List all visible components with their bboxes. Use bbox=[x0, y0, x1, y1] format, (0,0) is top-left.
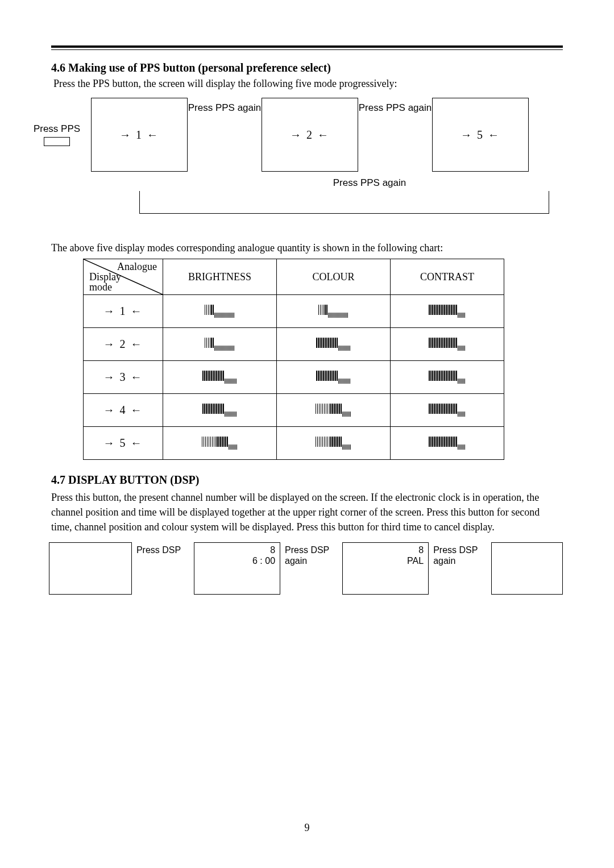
press-pps-again-2: Press PPS again bbox=[358, 98, 432, 172]
level-cell bbox=[277, 427, 391, 460]
level-cell bbox=[391, 427, 504, 460]
pps-analogue-chart: Analogue Display mode BRIGHTNESS COLOUR … bbox=[83, 259, 504, 460]
press-pps-again-1: Press PPS again bbox=[188, 98, 262, 172]
press-pps-again-bottom: Press PPS again bbox=[176, 177, 563, 189]
chart-header-contrast: CONTRAST bbox=[391, 259, 504, 295]
level-cell bbox=[277, 394, 391, 427]
dsp-channel-number: 8 bbox=[407, 545, 424, 555]
page-number: 9 bbox=[51, 822, 563, 834]
press-again-text: Press PPS again bbox=[188, 102, 262, 114]
table-row: 5 bbox=[84, 427, 504, 460]
level-cell bbox=[163, 328, 277, 361]
screen-mode-number: 5 bbox=[460, 128, 500, 142]
level-cell bbox=[163, 427, 277, 460]
dsp-screen-channel-system: 8 PAL bbox=[342, 542, 429, 595]
press-pps-text: Press PPS bbox=[34, 123, 80, 134]
mode-cell: 4 bbox=[84, 394, 163, 427]
level-bar-icon bbox=[429, 371, 466, 384]
press-pps-label: Press PPS bbox=[23, 123, 91, 146]
table-row: 4 bbox=[84, 394, 504, 427]
level-cell bbox=[391, 295, 504, 328]
level-cell bbox=[391, 361, 504, 394]
press-dsp-label-1: Press DSP bbox=[136, 542, 189, 555]
level-bar-icon bbox=[429, 404, 466, 417]
pps-screen-2: 2 bbox=[262, 98, 358, 172]
press-dsp-again-label-2: Press DSP again bbox=[433, 542, 486, 566]
dsp-colour-system: PAL bbox=[407, 556, 424, 566]
table-row: 1 bbox=[84, 295, 504, 328]
level-bar-icon bbox=[316, 404, 352, 417]
mode-number: 3 bbox=[103, 371, 143, 383]
diag-label-mode: mode bbox=[88, 282, 158, 292]
section-4-7-body: Press this button, the present channel n… bbox=[51, 490, 563, 534]
mode-number: 1 bbox=[103, 305, 143, 317]
diag-label-display: Display bbox=[88, 272, 158, 282]
dsp-flow-diagram: Press DSP 8 6 : 00 Press DSP again 8 PAL… bbox=[49, 542, 563, 595]
level-cell bbox=[163, 361, 277, 394]
pps-flow-diagram: Press PPS 1 Press PPS again 2 Press PPS … bbox=[23, 98, 563, 172]
press-again-text: Press PPS again bbox=[359, 102, 432, 114]
level-bar-icon bbox=[202, 404, 237, 417]
level-bar-icon bbox=[429, 338, 466, 351]
level-cell bbox=[391, 394, 504, 427]
dsp-time: 6 : 00 bbox=[252, 556, 275, 566]
level-bar-icon bbox=[429, 437, 466, 450]
dsp-screen-blank-1 bbox=[49, 542, 132, 595]
chart-intro-text: The above five display modes correspondi… bbox=[51, 242, 563, 254]
table-row: 2 bbox=[84, 328, 504, 361]
screen-mode-number: 1 bbox=[119, 128, 159, 142]
mode-cell: 3 bbox=[84, 361, 163, 394]
level-cell bbox=[163, 295, 277, 328]
level-bar-icon bbox=[316, 371, 351, 384]
level-bar-icon bbox=[205, 338, 235, 351]
section-4-6-intro: Press the PPS button, the screen will di… bbox=[53, 78, 563, 90]
pps-loop-back-line bbox=[139, 191, 549, 214]
mode-number: 2 bbox=[103, 338, 143, 350]
level-bar-icon bbox=[202, 371, 237, 384]
page-top-rule bbox=[51, 45, 563, 50]
chart-header-colour: COLOUR bbox=[277, 259, 391, 295]
pps-button-icon bbox=[44, 137, 70, 146]
dsp-screen-channel-time: 8 6 : 00 bbox=[194, 542, 280, 595]
diag-label-analogue: Analogue bbox=[88, 261, 158, 272]
chart-header-brightness: BRIGHTNESS bbox=[163, 259, 277, 295]
level-bar-icon bbox=[205, 305, 235, 318]
level-cell bbox=[163, 394, 277, 427]
level-bar-icon bbox=[316, 338, 351, 351]
chart-header-diagonal: Analogue Display mode bbox=[84, 259, 163, 295]
mode-number: 5 bbox=[103, 437, 143, 449]
level-bar-icon bbox=[429, 305, 466, 318]
pps-screen-1: 1 bbox=[91, 98, 188, 172]
dsp-channel-number: 8 bbox=[252, 545, 275, 555]
level-bar-icon bbox=[316, 437, 352, 450]
mode-cell: 2 bbox=[84, 328, 163, 361]
pps-screen-5: 5 bbox=[432, 98, 529, 172]
mode-cell: 1 bbox=[84, 295, 163, 328]
level-bar-icon bbox=[318, 305, 349, 318]
section-4-6-heading: 4.6 Making use of PPS button (personal p… bbox=[51, 61, 563, 74]
level-cell bbox=[277, 295, 391, 328]
level-bar-icon bbox=[202, 437, 238, 450]
mode-cell: 5 bbox=[84, 427, 163, 460]
chart-body: 12345 bbox=[84, 295, 504, 460]
mode-number: 4 bbox=[103, 404, 143, 416]
level-cell bbox=[277, 361, 391, 394]
table-row: 3 bbox=[84, 361, 504, 394]
section-4-7-heading: 4.7 DISPLAY BUTTON (DSP) bbox=[51, 474, 563, 487]
level-cell bbox=[277, 328, 391, 361]
dsp-screen-blank-2 bbox=[491, 542, 563, 595]
screen-mode-number: 2 bbox=[290, 128, 330, 142]
press-dsp-again-label-1: Press DSP again bbox=[285, 542, 338, 566]
level-cell bbox=[391, 328, 504, 361]
